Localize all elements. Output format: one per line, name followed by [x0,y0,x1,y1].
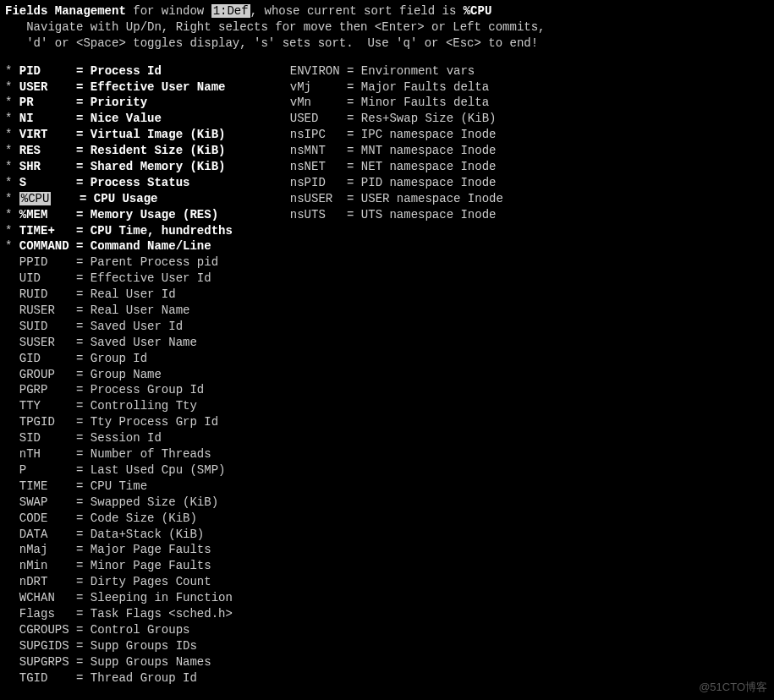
field-name: vMn [290,95,347,111]
field-row-data[interactable]: DATA = Data+Stack (KiB) [5,527,276,543]
field-row-supgids[interactable]: SUPGIDS = Supp Groups IDs [5,638,276,654]
field-row-nsmnt[interactable]: nsMNT = MNT namespace Inode [276,143,503,159]
title: Fields Management [5,4,126,18]
field-row-virt[interactable]: * VIRT = Virtual Image (KiB) [5,127,276,143]
equals: = [76,367,91,383]
field-name: SWAP [19,495,76,511]
field-desc: Real User Name [91,303,190,319]
field-row-ni[interactable]: * NI = Nice Value [5,111,276,127]
field-name: nMin [19,558,76,574]
field-row-used[interactable]: USED = Res+Swap Size (KiB) [276,111,503,127]
field-row-nmaj[interactable]: nMaj = Major Page Faults [5,542,276,558]
field-active-marker [276,159,290,175]
field-row-nsuts[interactable]: nsUTS = UTS namespace Inode [276,207,503,223]
help-line-2: 'd' or <Space> toggles display, 's' sets… [5,36,769,52]
field-row-user[interactable]: * USER = Effective User Name [5,79,276,96]
equals: = [347,63,361,79]
field-row-suser[interactable]: SUSER = Saved User Name [5,335,276,351]
equals: = [76,558,91,574]
field-row-time-[interactable]: * TIME+ = CPU Time, hundredths [5,223,276,239]
equals: = [76,271,91,287]
field-active-marker [276,207,290,223]
equals: = [76,382,91,398]
field-active-marker [5,638,19,654]
equals: = [76,127,91,143]
field-row-pgrp[interactable]: PGRP = Process Group Id [5,382,276,398]
field-name: TIME [19,479,76,495]
field-active-marker [276,79,290,96]
field-row-ppid[interactable]: PPID = Parent Process pid [5,254,276,271]
field-active-marker [5,446,19,462]
field-row-supgrps[interactable]: SUPGRPS = Supp Groups Names [5,654,276,670]
field-row-sid[interactable]: SID = Session Id [5,430,276,446]
field-row-nsipc[interactable]: nsIPC = IPC namespace Inode [276,127,503,143]
field-desc: Group Name [91,367,162,383]
field-name: nDRT [19,574,76,590]
field-row-ndrt[interactable]: nDRT = Dirty Pages Count [5,574,276,590]
field-row-wchan[interactable]: WCHAN = Sleeping in Function [5,590,276,606]
field-name: nsUSER [290,191,347,207]
field-row-command[interactable]: * COMMAND = Command Name/Line [5,238,276,254]
field-row--cpu[interactable]: * %CPU = CPU Usage [5,191,276,207]
equals: = [76,143,91,159]
field-row-pid[interactable]: * PID = Process Id [5,63,276,79]
field-active-marker [5,367,19,383]
equals: = [76,590,91,606]
field-row-cgroups[interactable]: CGROUPS = Control Groups [5,622,276,638]
field-desc: PID namespace Inode [361,175,497,191]
field-row-nmin[interactable]: nMin = Minor Page Faults [5,558,276,574]
field-desc: Virtual Image (KiB) [91,127,226,143]
field-row-nspid[interactable]: nsPID = PID namespace Inode [276,175,503,191]
field-row-vmj[interactable]: vMj = Major Faults delta [276,79,503,96]
field-row-time[interactable]: TIME = CPU Time [5,479,276,495]
field-row-environ[interactable]: ENVIRON = Environment vars [276,63,503,79]
field-row-gid[interactable]: GID = Group Id [5,351,276,367]
field-desc: Process Id [91,63,162,79]
field-row-flags[interactable]: Flags = Task Flags <sched.h> [5,606,276,622]
field-row-tgid[interactable]: TGID = Thread Group Id [5,670,276,686]
field-row-group[interactable]: GROUP = Group Name [5,367,276,383]
field-row-p[interactable]: P = Last Used Cpu (SMP) [5,462,276,479]
field-row--mem[interactable]: * %MEM = Memory Usage (RES) [5,207,276,223]
field-row-ruid[interactable]: RUID = Real User Id [5,287,276,303]
equals: = [76,79,91,96]
equals: = [76,111,91,127]
field-row-code[interactable]: CODE = Code Size (KiB) [5,511,276,527]
field-active-marker [5,414,19,430]
field-row-swap[interactable]: SWAP = Swapped Size (KiB) [5,495,276,511]
field-row-ruser[interactable]: RUSER = Real User Name [5,303,276,319]
field-row-uid[interactable]: UID = Effective User Id [5,271,276,287]
field-row-tty[interactable]: TTY = Controlling Tty [5,398,276,414]
equals: = [347,127,361,143]
field-row-nth[interactable]: nTH = Number of Threads [5,446,276,462]
equals: = [76,95,91,111]
fields-columns: * PID = Process Id* USER = Effective Use… [5,63,769,686]
field-desc: Data+Stack (KiB) [91,527,204,543]
field-row-shr[interactable]: * SHR = Shared Memory (KiB) [5,159,276,175]
equals: = [76,495,91,511]
equals: = [76,446,91,462]
equals: = [76,287,91,303]
sort-label: , whose current sort field is [250,4,464,18]
field-row-pr[interactable]: * PR = Priority [5,95,276,111]
field-desc: Res+Swap Size (KiB) [361,111,497,127]
field-name: SID [19,430,76,446]
fields-column-1[interactable]: * PID = Process Id* USER = Effective Use… [5,63,276,686]
field-row-nsnet[interactable]: nsNET = NET namespace Inode [276,159,503,175]
field-row-nsuser[interactable]: nsUSER = USER namespace Inode [276,191,503,207]
field-row-tpgid[interactable]: TPGID = Tty Process Grp Id [5,414,276,430]
field-row-suid[interactable]: SUID = Saved User Id [5,319,276,335]
field-active-marker [5,382,19,398]
field-active-marker: * [5,191,19,207]
equals: = [76,670,91,686]
field-row-res[interactable]: * RES = Resident Size (KiB) [5,143,276,159]
header-line: Fields Management for window 1:Def, whos… [5,3,769,19]
field-name: RUSER [19,303,76,319]
equals: = [347,111,361,127]
field-row-vmn[interactable]: vMn = Minor Faults delta [276,95,503,111]
fields-column-2[interactable]: ENVIRON = Environment vars vMj = Major F… [276,63,503,223]
equals: = [76,398,91,414]
field-row-s[interactable]: * S = Process Status [5,175,276,191]
field-active-marker: * [5,63,19,79]
field-active-marker [5,303,19,319]
